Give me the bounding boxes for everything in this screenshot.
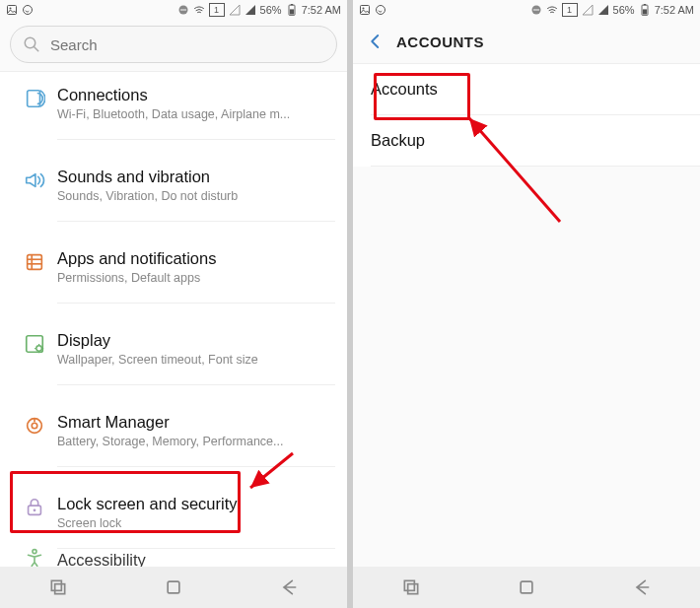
accessibility-icon xyxy=(24,547,45,567)
svg-rect-0 xyxy=(8,6,17,15)
battery-percent: 56% xyxy=(613,4,635,16)
status-bar: 1 56% 7:52 AM xyxy=(0,0,347,20)
clock-text: 7:52 AM xyxy=(302,4,341,16)
clock-text: 7:52 AM xyxy=(655,4,694,16)
svg-rect-35 xyxy=(643,4,645,5)
apps-icon xyxy=(24,251,45,277)
row-subtitle: Screen lock xyxy=(57,516,314,530)
svg-rect-11 xyxy=(28,255,42,270)
svg-point-2 xyxy=(24,6,33,15)
row-title: Smart Manager xyxy=(57,413,335,432)
wifi-icon xyxy=(546,4,558,16)
svg-rect-15 xyxy=(27,336,43,353)
svg-point-31 xyxy=(377,6,385,15)
svg-rect-33 xyxy=(533,10,539,11)
svg-rect-6 xyxy=(290,4,292,5)
svg-rect-26 xyxy=(51,580,61,590)
home-button[interactable] xyxy=(159,573,188,602)
svg-point-30 xyxy=(363,8,365,10)
svg-point-24 xyxy=(33,550,36,554)
row-title: Accounts xyxy=(371,80,438,98)
row-apps[interactable]: Apps and notifications Permissions, Defa… xyxy=(0,236,347,317)
svg-point-1 xyxy=(10,8,12,10)
accounts-header: ACCOUNTS xyxy=(353,20,700,63)
svg-rect-39 xyxy=(407,584,417,594)
row-subtitle: Battery, Storage, Memory, Performance... xyxy=(57,435,314,448)
image-icon xyxy=(359,4,371,16)
svg-rect-29 xyxy=(361,6,370,15)
recents-button[interactable] xyxy=(43,573,73,602)
row-title: Display xyxy=(57,331,335,350)
phone-settings: 1 56% 7:52 AM Connectio xyxy=(0,0,347,608)
back-button[interactable] xyxy=(274,573,304,602)
phone-accounts: 1 56% 7:52 AM ACCOUNTS Accounts Backup xyxy=(353,0,700,608)
lock-icon xyxy=(24,497,45,522)
svg-rect-38 xyxy=(404,580,414,590)
search-input[interactable] xyxy=(48,35,324,54)
search-container xyxy=(0,20,347,71)
svg-point-21 xyxy=(34,508,36,511)
svg-rect-36 xyxy=(643,9,647,14)
row-subtitle: Permissions, Default apps xyxy=(57,271,314,285)
recents-button[interactable] xyxy=(396,573,426,602)
row-backup[interactable]: Backup xyxy=(353,115,700,166)
signal-icon xyxy=(597,4,609,16)
row-title: Apps and notifications xyxy=(57,249,335,268)
status-bar: 1 56% 7:52 AM xyxy=(353,0,700,20)
svg-rect-7 xyxy=(290,9,294,14)
row-subtitle: Wi-Fi, Bluetooth, Data usage, Airplane m… xyxy=(57,107,314,121)
row-display[interactable]: Display Wallpaper, Screen timeout, Font … xyxy=(0,317,347,399)
row-title: Sounds and vibration xyxy=(57,168,335,186)
home-button[interactable] xyxy=(512,573,541,602)
row-title: Lock screen and security xyxy=(57,495,335,513)
signal-nosim-icon xyxy=(229,4,241,16)
svg-rect-27 xyxy=(54,584,64,594)
row-accounts[interactable]: Accounts xyxy=(353,64,700,114)
search-icon xyxy=(23,35,40,53)
battery-percent: 56% xyxy=(260,4,282,16)
signal-icon xyxy=(245,4,256,16)
row-accessibility[interactable]: Accessibility xyxy=(0,537,347,567)
svg-line-9 xyxy=(34,46,38,51)
whatsapp-icon xyxy=(375,4,386,16)
sim-icon: 1 xyxy=(209,3,225,17)
signal-nosim-icon xyxy=(582,4,594,16)
accounts-list: Accounts Backup xyxy=(353,63,700,167)
row-connections[interactable]: Connections Wi-Fi, Bluetooth, Data usage… xyxy=(0,72,347,154)
android-nav-bar xyxy=(0,567,347,608)
sounds-icon xyxy=(24,169,45,195)
row-smart[interactable]: Smart Manager Battery, Storage, Memory, … xyxy=(0,399,347,481)
svg-rect-40 xyxy=(521,581,532,593)
connections-icon xyxy=(24,88,45,113)
svg-point-18 xyxy=(32,423,37,429)
battery-icon xyxy=(639,4,651,16)
battery-icon xyxy=(286,4,298,16)
dnd-icon xyxy=(177,4,189,16)
settings-list: Connections Wi-Fi, Bluetooth, Data usage… xyxy=(0,71,347,567)
row-sounds[interactable]: Sounds and vibration Sounds, Vibration, … xyxy=(0,154,347,236)
display-icon xyxy=(24,333,45,359)
back-nav-button[interactable] xyxy=(363,29,388,54)
smart-icon xyxy=(24,415,45,440)
image-icon xyxy=(6,4,18,16)
svg-point-16 xyxy=(36,346,42,352)
svg-rect-28 xyxy=(168,581,179,593)
row-title: Connections xyxy=(57,86,335,104)
whatsapp-icon xyxy=(22,4,34,16)
dnd-icon xyxy=(530,4,542,16)
row-title: Accessibility xyxy=(57,551,146,568)
row-title: Backup xyxy=(371,131,425,149)
header-title: ACCOUNTS xyxy=(396,34,484,50)
wifi-icon xyxy=(193,4,205,16)
row-subtitle: Wallpaper, Screen timeout, Font size xyxy=(57,353,314,367)
android-nav-bar xyxy=(353,567,700,608)
row-subtitle: Sounds, Vibration, Do not disturb xyxy=(57,189,314,203)
search-box[interactable] xyxy=(10,26,337,63)
sim-icon: 1 xyxy=(562,3,578,17)
svg-rect-4 xyxy=(180,10,186,11)
back-button[interactable] xyxy=(627,573,657,602)
